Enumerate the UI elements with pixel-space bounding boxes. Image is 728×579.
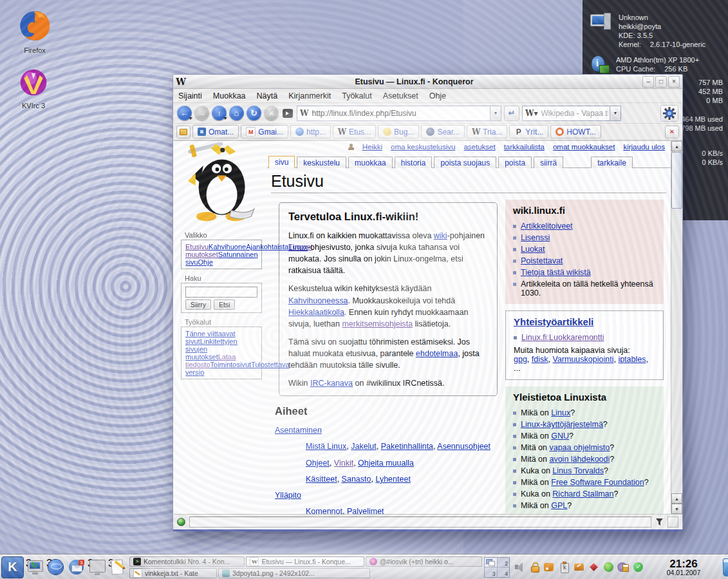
wiki-search-button[interactable]: Siirry: [185, 299, 211, 310]
wiki-link[interactable]: Komennot: [306, 507, 342, 514]
resize-grip[interactable]: [667, 517, 678, 527]
web-search-input[interactable]: [540, 108, 610, 119]
wiki-link[interactable]: oma keskustelusivu: [391, 143, 455, 151]
wiki-link[interactable]: Artikkelitoiveet: [521, 222, 573, 231]
wiki-link[interactable]: Linux-käyttöjärjestelmä: [521, 420, 603, 429]
wiki-link[interactable]: Poistettavat: [521, 256, 563, 265]
wiki-link[interactable]: Lyhenteet: [375, 475, 410, 484]
volume-icon[interactable]: [514, 561, 526, 573]
chat-icon[interactable]: [573, 561, 585, 573]
wiki-link[interactable]: Ohje: [198, 258, 213, 266]
wiki-link[interactable]: Hiekkalaatikolla: [288, 308, 344, 317]
task-kate[interactable]: vinkkeja.txt - Kate: [129, 568, 217, 578]
green-check-icon[interactable]: [632, 561, 644, 573]
scrollbar[interactable]: ▲ ▲ ▼: [671, 141, 682, 514]
wiki-link[interactable]: gpg: [514, 355, 527, 364]
bookmark-howto[interactable]: HOWT...: [550, 125, 601, 138]
bookmark-overflow-icon[interactable]: ✕: [665, 126, 679, 138]
firefox-desktop-icon[interactable]: Firefox: [8, 8, 62, 54]
bookmark-omat[interactable]: Omat...: [192, 125, 239, 138]
kontact-icon[interactable]: 3: [67, 558, 86, 577]
pager-desktop[interactable]: 3: [485, 567, 497, 577]
wiki-link[interactable]: kirjaudu ulos: [623, 143, 665, 151]
gem-icon[interactable]: [588, 561, 600, 573]
wiki-tab[interactable]: muokkaa: [348, 157, 393, 168]
wiki-link[interactable]: Free Software Foundation: [551, 478, 644, 487]
rss-icon[interactable]: [543, 561, 555, 573]
bookmarks-icon[interactable]: [176, 126, 191, 138]
scroll-down-button[interactable]: ▼: [671, 504, 682, 514]
maximize-button[interactable]: □: [655, 76, 667, 88]
bookmark-tria[interactable]: Tria...: [467, 125, 507, 138]
wiki-tab[interactable]: sivu: [268, 156, 295, 168]
menu-item[interactable]: Muokkaa: [213, 91, 246, 100]
wiki-link[interactable]: Luokat: [521, 245, 545, 254]
wiki-link[interactable]: omat muokkaukset: [553, 143, 615, 151]
wiki-link[interactable]: GNU: [551, 432, 569, 441]
wiki-link[interactable]: Kahvihuoneessa: [288, 296, 348, 305]
wiki-link[interactable]: Linux.fi:Luokkaremontti: [521, 333, 604, 342]
wiki-tab[interactable]: poista suojaus: [434, 157, 496, 168]
wiki-link[interactable]: Jakelut: [351, 442, 377, 451]
wiki-link[interactable]: Lisenssi: [521, 233, 550, 242]
lock-icon[interactable]: [528, 561, 541, 573]
up-button[interactable]: ↑: [212, 106, 227, 120]
titlebar[interactable]: W Etusivu — Linux.fi - Konqueror – □ ×: [173, 75, 682, 89]
home-button[interactable]: ⌂: [229, 106, 244, 120]
wiki-tab[interactable]: tarkkaile: [591, 157, 633, 168]
pager-desktop[interactable]: 2: [498, 558, 510, 567]
wiki-tab[interactable]: keskustelu: [297, 157, 346, 168]
scroll-up-button[interactable]: ▲: [671, 141, 682, 151]
minimize-button[interactable]: –: [642, 76, 654, 88]
forward-button[interactable]: →: [194, 106, 209, 120]
wiki-link[interactable]: Linux: [288, 243, 308, 252]
wiki-link[interactable]: wiki: [434, 231, 447, 240]
wiki-link[interactable]: avoin lähdekoodi: [549, 455, 610, 464]
wiki-link[interactable]: vapaa ohjelmisto: [549, 443, 610, 452]
task-konsole[interactable]: Komentotulkki Nro. 4 - Kon...: [129, 556, 245, 567]
kmenu-button[interactable]: K: [1, 556, 24, 578]
menu-item[interactable]: Näytä: [257, 91, 278, 100]
wiki-tab[interactable]: siirrä: [534, 157, 563, 168]
pager-desktop-1[interactable]: [485, 558, 497, 567]
menu-item[interactable]: Ohje: [429, 91, 446, 100]
konsole-icon[interactable]: 3: [88, 558, 107, 577]
url-dropdown-arrow[interactable]: ▼: [490, 106, 501, 120]
wiki-link[interactable]: Palvelimet: [347, 507, 384, 514]
wiki-link[interactable]: Tietoja tästä wikistä: [521, 268, 591, 277]
brew-gear-icon[interactable]: [617, 561, 630, 573]
scrollbar-thumb[interactable]: [671, 152, 682, 209]
wiki-link[interactable]: Heikki: [362, 143, 382, 151]
bookmark-yrit[interactable]: Yrit...: [509, 125, 548, 138]
wiki-link[interactable]: asetukset: [463, 143, 495, 151]
wiki-link[interactable]: IRC-kanava: [310, 379, 353, 388]
task-image-viewer[interactable]: 3dpoyta1.png - 2492x102...: [218, 568, 370, 578]
url-input[interactable]: [310, 108, 490, 119]
stop-button[interactable]: ×: [264, 106, 279, 120]
bookmark-gmail[interactable]: Gmai...: [241, 125, 288, 138]
wiki-link[interactable]: tarkkailulista: [504, 143, 545, 151]
wiki-link[interactable]: Toimintosivut: [210, 361, 252, 368]
wiki-link[interactable]: Käsitteet: [306, 475, 337, 484]
wiki-link[interactable]: Etusivu: [185, 243, 209, 251]
wiki-link[interactable]: Asennusohjeet: [437, 442, 490, 451]
back-button[interactable]: ←: [177, 106, 192, 120]
wiki-link[interactable]: ehdotelmaa: [416, 349, 458, 358]
pager-desktop[interactable]: 4: [498, 567, 510, 577]
kate-icon[interactable]: 3: [108, 558, 127, 577]
menu-item[interactable]: Asetukset: [383, 91, 418, 100]
wiki-link[interactable]: iptables: [618, 355, 646, 364]
funnel-icon[interactable]: [655, 518, 664, 526]
task-kvirc[interactable]: @#iosvik (+tn) heikki o...: [366, 556, 482, 567]
wiki-link[interactable]: Asentaminen: [275, 426, 322, 435]
wiki-link[interactable]: Ylläpito: [275, 491, 301, 500]
system-monitor-icon[interactable]: 3: [26, 558, 45, 577]
bookmark-search[interactable]: Sear...: [421, 125, 465, 138]
wiki-link[interactable]: Richard Stallman: [552, 489, 613, 498]
wiki-link[interactable]: Ajankohtaista: [246, 243, 288, 251]
wiki-link[interactable]: Sanasto: [342, 475, 371, 484]
glass-icon[interactable]: [723, 558, 728, 576]
wiki-link[interactable]: Mistä Linux: [306, 442, 346, 451]
wiki-tab[interactable]: poista: [498, 157, 532, 168]
wiki-link[interactable]: Vinkit: [334, 459, 353, 468]
